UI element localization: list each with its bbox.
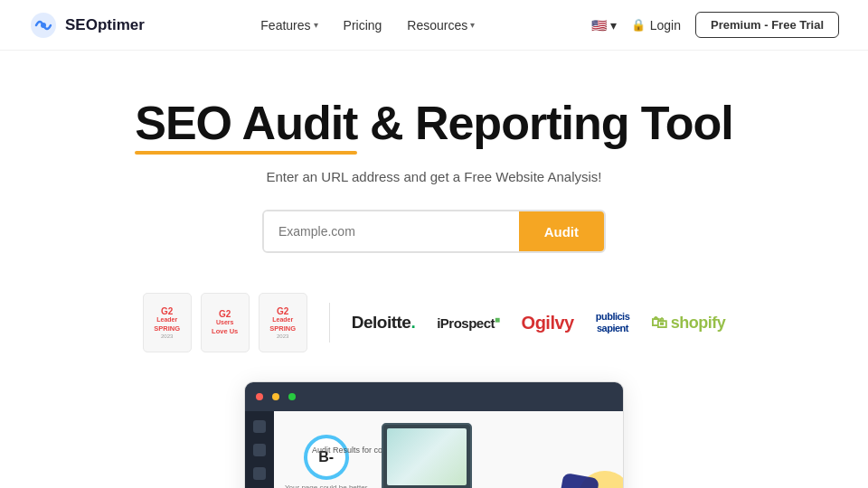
- hero-title-underlined: SEO Audit: [135, 98, 357, 149]
- window-maximize-dot: [288, 393, 296, 400]
- g2-badge-leader-spring2: G2 Leader SPRING 2023: [259, 293, 307, 352]
- divider: [329, 303, 330, 343]
- premium-trial-button[interactable]: Premium - Free Trial: [695, 12, 839, 38]
- sidebar-item: [253, 444, 266, 456]
- logo-text: SEOptimer: [65, 16, 145, 34]
- hero-subtitle: Enter an URL address and get a Free Webs…: [0, 169, 868, 184]
- nav-resources[interactable]: Resources ▾: [407, 18, 475, 33]
- g2-logo: G2: [219, 309, 231, 319]
- iprospect-logo: iProspect■: [437, 314, 499, 331]
- login-button[interactable]: 🔒 Login: [631, 18, 681, 33]
- audit-button[interactable]: Audit: [519, 211, 604, 251]
- logo-icon: [29, 11, 58, 40]
- sidebar-item: [253, 420, 266, 433]
- search-wrap: Audit: [262, 210, 606, 253]
- website-screenshot: [387, 428, 467, 485]
- g2-badge-users-love: G2 Users Love Us: [201, 293, 250, 352]
- preview-area: Audit Results for company.co B- Your pag…: [0, 381, 868, 488]
- window-close-dot: [256, 393, 263, 400]
- g2-logo: G2: [161, 306, 173, 316]
- lock-icon: 🔒: [631, 18, 646, 32]
- navbar: SEOptimer Features ▾ Pricing Resources ▾…: [0, 0, 868, 51]
- grade-label: Your page could be better: [285, 483, 367, 488]
- nav-actions: 🇺🇸 ▾ 🔒 Login Premium - Free Trial: [591, 12, 839, 38]
- flag-icon: 🇺🇸: [591, 18, 607, 33]
- g2-logo: G2: [277, 306, 288, 316]
- hero-title: SEO Audit & Reporting Tool: [0, 98, 868, 149]
- publicis-sapient-logo: publicissapient: [596, 311, 630, 334]
- chevron-down-icon: ▾: [470, 20, 475, 30]
- g2-badge-leader-spring: G2 Leader SPRING 2023: [143, 293, 192, 352]
- social-proof-row: G2 Leader SPRING 2023 G2 Users Love Us G…: [0, 293, 868, 352]
- laptop-screen: [387, 428, 467, 485]
- chevron-down-icon: ▾: [610, 18, 617, 33]
- hero-section: SEO Audit & Reporting Tool Enter an URL …: [0, 51, 868, 253]
- preview-sidebar: [245, 411, 274, 488]
- chevron-down-icon: ▾: [314, 20, 318, 30]
- search-bar: Audit: [0, 210, 868, 253]
- g2-badges: G2 Leader SPRING 2023 G2 Users Love Us G…: [143, 293, 307, 352]
- language-selector[interactable]: 🇺🇸 ▾: [591, 18, 617, 33]
- sidebar-item: [253, 467, 266, 480]
- hero-title-rest: & Reporting Tool: [370, 97, 733, 149]
- nav-links: Features ▾ Pricing Resources ▾: [260, 18, 475, 33]
- laptop-screen-preview: [382, 423, 472, 488]
- logo[interactable]: SEOptimer: [29, 11, 145, 40]
- url-input[interactable]: [264, 211, 519, 251]
- laptop-preview: [382, 423, 472, 488]
- preview-main: Audit Results for company.co B- Your pag…: [274, 411, 623, 488]
- nav-pricing[interactable]: Pricing: [344, 18, 382, 33]
- shopify-logo: 🛍 shopify: [651, 314, 725, 333]
- client-logos: Deloitte. iProspect■ Ogilvy publicissapi…: [352, 311, 726, 334]
- preview-header: [245, 382, 623, 411]
- nav-features[interactable]: Features ▾: [260, 18, 317, 33]
- preview-window: Audit Results for company.co B- Your pag…: [244, 381, 624, 488]
- grade-circle: B-: [304, 435, 349, 480]
- window-minimize-dot: [272, 393, 279, 400]
- shopify-bag-icon: 🛍: [651, 314, 667, 333]
- deloitte-logo: Deloitte.: [352, 313, 415, 333]
- svg-point-1: [41, 23, 46, 28]
- ogilvy-logo: Ogilvy: [522, 313, 574, 333]
